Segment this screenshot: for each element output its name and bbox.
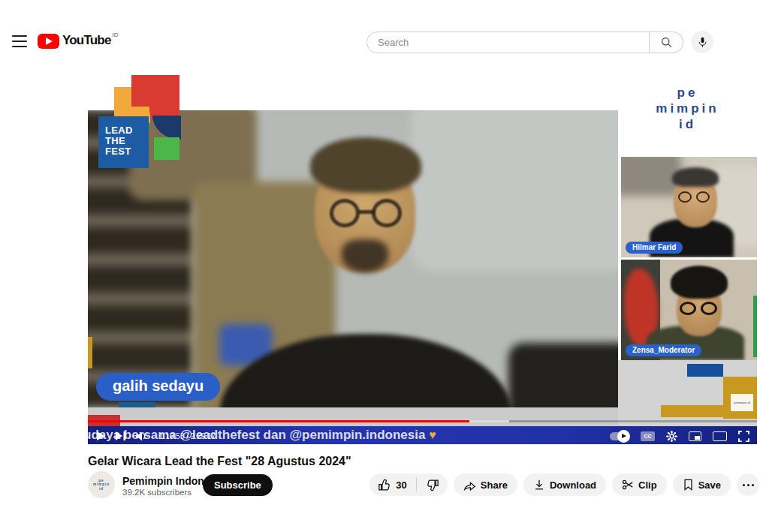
speaker-beard	[342, 239, 388, 272]
autoplay-knob-icon	[617, 430, 630, 443]
play-button[interactable]	[95, 431, 106, 441]
leadthefest-logo-text: LEAD THE FEST	[98, 116, 149, 168]
search-input[interactable]	[378, 37, 626, 48]
main-speaker-nametag: galih sedayu	[96, 373, 220, 401]
time-display: 1.19.53 / 2.29.17	[159, 432, 216, 440]
remote-speaker-2-video: Zensa_Moderator	[621, 260, 757, 360]
thumb1-glasses-right	[696, 191, 710, 203]
thumb1-glasses-left	[678, 191, 692, 203]
pemimpin-line3: id	[618, 116, 757, 132]
action-buttons: 30 Share Download Clip Save	[369, 473, 759, 496]
like-dislike-group: 30	[369, 473, 447, 496]
thumb2-hair	[671, 266, 728, 299]
heart-hands-icon: ♥	[429, 428, 436, 441]
video-player[interactable]: LEAD THE FEST galih sedayu pe mimpin id …	[88, 68, 757, 444]
pemimpin-id-logo: pe mimpin id	[618, 85, 757, 132]
save-button[interactable]: Save	[673, 473, 731, 496]
miniplayer-button[interactable]	[689, 431, 701, 441]
bookmark-icon	[683, 479, 694, 491]
thumb2-speaking-indicator	[753, 296, 757, 357]
search-button[interactable]	[650, 32, 683, 53]
progress-bar[interactable]	[88, 420, 757, 422]
youtube-watch-page: YouTube ID	[0, 0, 769, 532]
video-frame-gold-bar	[661, 405, 723, 417]
youtube-logo[interactable]: YouTube ID	[38, 33, 119, 49]
clip-button[interactable]: Clip	[612, 473, 667, 496]
youtube-wordmark: YouTube	[62, 33, 111, 48]
dislike-button[interactable]	[417, 473, 448, 496]
remote-speaker-1-video: Hilmar Farid	[621, 157, 757, 257]
play-icon	[95, 431, 106, 441]
search-box	[366, 32, 650, 53]
gear-icon	[666, 431, 677, 442]
captions-button[interactable]: CC	[641, 431, 655, 441]
share-button[interactable]: Share	[454, 473, 517, 496]
thumb1-hair	[672, 167, 719, 187]
video-frame-bottom-strip	[88, 407, 618, 426]
thumb2-glasses-left	[680, 302, 696, 315]
fullscreen-button[interactable]	[738, 431, 749, 442]
subscriber-count: 39.2K subscribers	[122, 488, 191, 497]
download-label: Download	[550, 479, 596, 491]
like-count: 30	[396, 479, 406, 491]
subscribe-button[interactable]: Subscribe	[203, 474, 273, 496]
blurred-shadow	[508, 343, 618, 407]
share-label: Share	[481, 479, 508, 491]
leadthefest-line1: LEAD	[105, 125, 149, 136]
channel-avatar[interactable]: pe mimpin id	[88, 471, 115, 498]
remote-speaker-1-nametag: Hilmar Farid	[626, 242, 683, 254]
leadthefest-line2: THE	[105, 136, 149, 146]
save-label: Save	[698, 479, 721, 491]
speaker-headwrap	[310, 137, 421, 193]
theater-mode-button[interactable]	[713, 431, 727, 441]
pemimpin-watermark: pemimpin.id	[731, 394, 753, 411]
thumbs-up-icon	[378, 479, 391, 491]
leadthefest-line3: FEST	[105, 146, 149, 157]
remote-speaker-2-nametag: Zensa_Moderator	[626, 344, 701, 356]
voice-search-button[interactable]	[691, 31, 713, 53]
more-actions-button[interactable]	[737, 473, 759, 496]
search-area	[366, 31, 713, 53]
progress-played	[88, 420, 469, 422]
country-code: ID	[113, 32, 119, 38]
video-frame-blue-bar	[119, 402, 155, 407]
volume-icon	[136, 431, 148, 441]
player-controls-right: CC	[610, 429, 749, 443]
download-button[interactable]: Download	[523, 473, 606, 496]
pemimpin-line1: pe	[618, 85, 757, 101]
player-controls-left: 1.19.53 / 2.29.17	[95, 429, 216, 443]
video-frame-navy-block	[687, 364, 723, 377]
download-icon	[533, 479, 545, 491]
scissors-icon	[622, 479, 634, 491]
share-icon	[463, 479, 476, 491]
speaker-glasses-right	[372, 199, 402, 227]
clip-label: Clip	[638, 479, 657, 491]
thumbs-down-icon	[426, 479, 439, 491]
more-icon	[747, 484, 749, 486]
youtube-play-icon	[38, 34, 59, 49]
speaker-glasses-bridge	[358, 210, 375, 214]
leadthefest-logo-green	[154, 137, 179, 160]
volume-button[interactable]	[136, 431, 148, 441]
microphone-icon	[697, 36, 708, 49]
avatar-line3: id	[99, 487, 104, 491]
menu-icon[interactable]	[12, 35, 27, 47]
next-button[interactable]	[116, 431, 126, 440]
like-button[interactable]: 30	[369, 473, 415, 496]
video-frame-gold-sliver	[88, 337, 92, 368]
next-icon	[116, 431, 126, 440]
settings-button[interactable]	[666, 431, 677, 442]
search-icon	[660, 36, 673, 49]
fullscreen-icon	[738, 431, 749, 442]
thumb2-glasses-right	[701, 302, 717, 315]
autoplay-toggle[interactable]	[610, 432, 629, 440]
speaker-glasses-left	[330, 199, 360, 227]
pemimpin-line2: mimpin	[618, 101, 757, 116]
video-title: Gelar Wicara Lead the Fest "28 Agustus 2…	[88, 455, 351, 468]
blurred-wall	[411, 110, 618, 272]
